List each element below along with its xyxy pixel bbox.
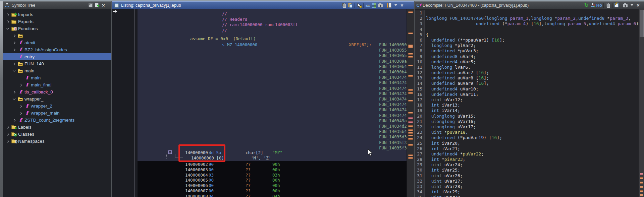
- scroll-marker[interactable]: [408, 138, 413, 140]
- decompile-line[interactable]: 19 int iVar14;: [415, 108, 644, 113]
- decompile-line[interactable]: 10 undefined4 uVar5;: [415, 59, 644, 65]
- char-values-cell[interactable]: 'M', 'Z': [251, 155, 271, 160]
- xref-item[interactable]: FUN_14030551: [379, 53, 407, 58]
- xref-item[interactable]: FUN_14034740: [379, 107, 407, 112]
- scroll-marker[interactable]: [408, 65, 413, 66]
- decompile-line[interactable]: 30 int iVar25;: [415, 168, 644, 173]
- scroll-marker[interactable]: [408, 129, 413, 131]
- undefined-cell[interactable]: ??: [246, 178, 251, 183]
- scroll-marker[interactable]: [408, 154, 413, 156]
- listing-marker-column[interactable]: [407, 9, 414, 197]
- chevron-down-icon[interactable]: [5, 26, 11, 31]
- decompile-scrollbar-thumb[interactable]: [640, 10, 644, 37]
- scroll-marker[interactable]: [408, 56, 413, 58]
- chevron-right-icon[interactable]: [18, 104, 23, 109]
- decompile-line[interactable]: 24 undefined (*pauVar19) [16];: [415, 135, 644, 140]
- undefined-cell[interactable]: ??: [246, 188, 251, 193]
- chevron-right-icon[interactable]: [12, 89, 17, 95]
- byte-fields-icon[interactable]: [365, 2, 371, 8]
- scroll-marker[interactable]: [640, 190, 643, 192]
- address-cell[interactable]: 140000002: [185, 162, 208, 167]
- decompile-line[interactable]: 31 uint uVar26;: [415, 173, 644, 179]
- address-cell[interactable]: 140000005: [185, 178, 208, 183]
- chevron-right-icon[interactable]: [18, 82, 23, 88]
- scroll-marker[interactable]: [408, 112, 413, 114]
- value-cell[interactable]: 00h: [272, 167, 280, 172]
- decompile-line[interactable]: 13 undefined auVar8 [16];: [415, 75, 644, 81]
- close-icon[interactable]: ×: [399, 2, 405, 8]
- code-text[interactable]: int iVar25;: [425, 168, 460, 173]
- code-text[interactable]: uint uVar30;: [425, 195, 463, 197]
- decompile-line[interactable]: 27 undefined4 *puVar22;: [415, 151, 644, 157]
- scroll-marker[interactable]: [408, 100, 413, 102]
- decompile-line[interactable]: 18 int iVar13;: [415, 103, 644, 108]
- decompile-scrollbar[interactable]: [639, 9, 644, 197]
- scroll-marker[interactable]: [408, 89, 413, 91]
- decompile-panel[interactable]: 12longlong FUN_140347460(longlong param_…: [415, 9, 644, 197]
- decompile-line[interactable]: 17 uint uVar12;: [415, 97, 644, 103]
- decompile-line[interactable]: 20 ulonglong uVar15;: [415, 114, 644, 119]
- dropdown-caret-icon[interactable]: [629, 2, 635, 8]
- decompile-line[interactable]: 9 undefined8 uVar4;: [415, 54, 644, 59]
- value-cell[interactable]: 00h: [272, 183, 280, 188]
- value-cell[interactable]: 04h: [272, 194, 280, 197]
- xref-item[interactable]: FUN_14034740: [379, 91, 407, 96]
- xref-item[interactable]: FUN_140309a0: [379, 59, 407, 64]
- edit-filter-icon[interactable]: [88, 2, 94, 8]
- code-text[interactable]: undefined4 uVar5;: [425, 59, 476, 65]
- tree-item-labels[interactable]: Labels: [3, 124, 111, 131]
- address-cell[interactable]: 140000008: [185, 194, 208, 197]
- chevron-down-icon[interactable]: [12, 68, 17, 74]
- decompile-line[interactable]: 3 undefined (*param_4) [16],longlong par…: [415, 21, 644, 26]
- snapshot-icon[interactable]: [622, 2, 629, 8]
- chevron-right-icon[interactable]: [5, 125, 11, 130]
- byte-cell[interactable]: 00: [209, 188, 214, 193]
- code-text[interactable]: uint uVar24;: [425, 162, 463, 168]
- decompile-line[interactable]: 32 uint uVar27;: [415, 179, 644, 184]
- tree-item-fun-140[interactable]: FUN_140: [3, 60, 111, 67]
- code-text[interactable]: int iVar29;: [425, 189, 460, 195]
- chevron-right-icon[interactable]: [12, 33, 17, 39]
- chevron-right-icon[interactable]: [12, 47, 17, 53]
- code-text[interactable]: ulonglong uVar15;: [425, 114, 476, 119]
- code-text[interactable]: undefined auVar9 [16];: [425, 81, 489, 86]
- tree-item-namespaces[interactable]: {}Namespaces: [3, 138, 111, 145]
- chevron-right-icon[interactable]: [12, 118, 17, 123]
- decompile-line[interactable]: 1: [415, 10, 644, 16]
- decompile-line[interactable]: 35 uint uVar30;: [415, 195, 644, 197]
- byte-cell[interactable]: 00: [209, 183, 214, 188]
- xref-item[interactable]: FUN_140349a5: [379, 118, 407, 123]
- decompile-line[interactable]: 16 undefined4 uVar11;: [415, 92, 644, 97]
- code-text[interactable]: uint uVar27;: [425, 179, 463, 184]
- value-cell[interactable]: 00h: [272, 188, 280, 193]
- edit-icon[interactable]: [613, 2, 620, 8]
- xref-item[interactable]: FUN_14034740: [379, 96, 407, 102]
- code-text[interactable]: uint uVar28;: [425, 184, 463, 189]
- xref-item[interactable]: FUN_14034740: [379, 113, 407, 118]
- undefined-cell[interactable]: ??: [246, 162, 251, 167]
- scroll-marker[interactable]: [640, 182, 643, 184]
- scroll-marker[interactable]: [408, 11, 413, 13]
- collapse-toggle-icon[interactable]: −: [168, 150, 172, 154]
- code-text[interactable]: uint uVar26;: [425, 173, 463, 179]
- listing-format-icon[interactable]: [386, 2, 392, 8]
- code-text[interactable]: [425, 27, 426, 32]
- scroll-marker[interactable]: [408, 53, 413, 55]
- chevron-right-icon[interactable]: [5, 12, 11, 17]
- chevron-right-icon[interactable]: [18, 111, 23, 116]
- scroll-marker[interactable]: [640, 194, 643, 196]
- code-text[interactable]: {: [425, 32, 429, 38]
- scroll-marker[interactable]: [640, 186, 643, 188]
- chevron-right-icon[interactable]: [5, 132, 11, 137]
- symbol-label[interactable]: s_MZ_140000000: [222, 42, 257, 47]
- decompile-line[interactable]: 22 ulonglong uVar17;: [415, 124, 644, 130]
- decompile-line[interactable]: 26 int iVar21;: [415, 146, 644, 151]
- value-cell[interactable]: 03h: [272, 173, 280, 178]
- decompile-line[interactable]: 21 ulonglong uVar16;: [415, 119, 644, 124]
- tree-item-zstd-count-2segments[interactable]: fZSTD_count_2segments: [3, 117, 111, 124]
- address-cell[interactable]: 140000004: [185, 173, 208, 178]
- scroll-marker[interactable]: [640, 173, 643, 175]
- dropdown-caret-icon[interactable]: [392, 2, 399, 8]
- code-text[interactable]: undefined4 uVar11;: [425, 92, 479, 97]
- code-text[interactable]: [425, 10, 426, 16]
